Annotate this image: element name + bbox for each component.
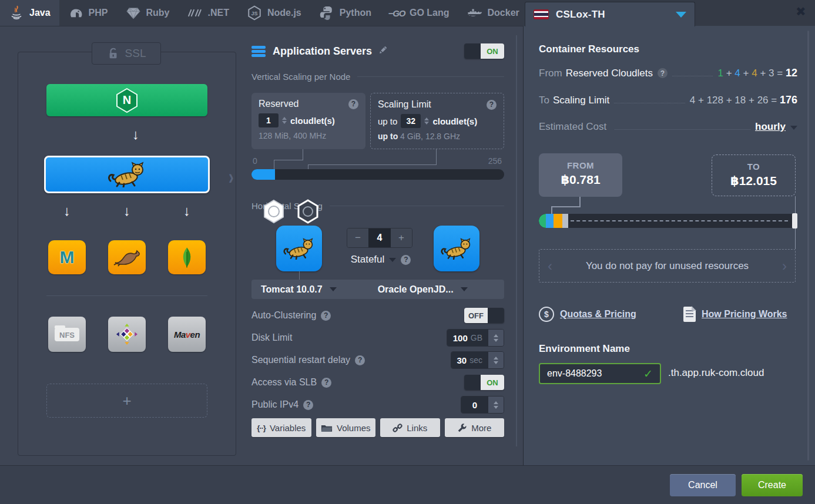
help-icon[interactable]: ? [303,400,313,410]
variables-button[interactable]: {··} Variables [251,418,311,437]
limit-detail: up to 4 GiB, 12.8 GHz [378,132,497,141]
tab-nodejs[interactable]: JS Node.js [238,0,310,26]
region-caret-icon[interactable] [676,12,686,18]
seal-icon [113,248,141,267]
cost-period-caret-icon[interactable] [790,126,797,130]
disk-limit-arrows[interactable] [488,330,504,346]
auto-clustering-toggle[interactable]: OFF [464,308,504,323]
carousel-prev-icon[interactable]: ‹ [539,258,561,274]
vps-node-centos[interactable] [108,317,146,352]
connector-line [303,149,303,160]
reserved-spinner-arrows[interactable] [282,117,287,124]
section-divider [46,295,207,296]
public-ipv4-value[interactable]: 0 [472,400,477,410]
restart-delay-arrows[interactable] [488,352,504,368]
jdk-caret-icon[interactable] [461,287,468,291]
nfs-folder-icon: NFS [55,328,79,341]
quotas-pricing-link[interactable]: $ Quotas & Pricing [539,307,636,322]
volumes-button[interactable]: Volumes [316,418,376,437]
limit-expression: 4 + 128 + 18 + 26 = [690,95,777,106]
tab-php[interactable]: PHP [59,0,117,26]
wrench-icon [457,423,467,433]
public-ipv4-arrows[interactable] [488,397,504,413]
disk-limit-value[interactable]: 100 [453,333,468,343]
cost-segment-blue [546,214,554,228]
help-icon[interactable]: ? [401,255,411,265]
decrease-count-button[interactable]: − [347,229,368,247]
help-icon[interactable]: ? [348,99,358,109]
database-node-mongodb[interactable] [168,240,206,274]
dotnet-icon [187,5,203,21]
help-icon[interactable]: ? [321,378,331,388]
group-title: Application Servers [273,45,372,58]
node-count-value[interactable]: 4 [368,229,391,247]
tab-golang[interactable]: −GO GO Lang [380,0,458,26]
group-enabled-toggle[interactable]: ON [464,43,504,59]
restart-delay-value[interactable]: 30 [457,355,467,365]
tab-ruby[interactable]: Ruby [117,0,179,26]
help-icon[interactable]: ? [487,100,497,110]
container-resources-panel: Container Resources From Reserved Cloudl… [523,26,815,465]
help-icon[interactable]: ? [355,355,365,365]
increase-count-button[interactable]: + [391,229,412,247]
ssl-toggle-tab[interactable]: SSL [92,42,161,65]
scaling-mode-value[interactable]: Stateful [351,254,385,266]
tomcat-node-tile[interactable] [276,226,322,271]
tab-dotnet[interactable]: .NET [179,0,238,26]
tab-label: .NET [208,8,229,18]
slb-access-toggle[interactable]: ON [464,375,504,390]
carousel-next-icon[interactable]: › [774,258,795,274]
help-icon[interactable]: ? [658,68,668,78]
slider-min-label: 0 [253,156,257,166]
tab-docker[interactable]: Docker [458,0,528,26]
app-server-node-tomcat-selected[interactable] [44,156,210,193]
scaling-mode-caret-icon[interactable] [389,258,396,262]
edit-pencil-icon[interactable] [378,45,388,58]
cost-from-box: FROM ฿0.781 [539,153,622,197]
cloudlet-slider-track[interactable] [251,169,504,180]
stack-version-select[interactable]: Tomcat 10.0.7 [261,284,323,295]
node-action-buttons: {··} Variables Volumes Links More [251,418,504,437]
environment-region-selector[interactable]: CSLox-TH [525,2,695,26]
more-button[interactable]: More [445,418,505,437]
load-balancer-node-nginx[interactable]: N [46,84,207,116]
resources-title: Container Resources [539,43,639,55]
cost-period-select[interactable]: hourly [755,121,786,133]
reserved-label: Reserved [259,99,299,109]
stack-version-caret-icon[interactable] [330,287,337,291]
cloudlet-unit: cloudlet(s) [290,116,335,126]
cloudlet-slider-fill [251,169,275,180]
cost-slider-handle[interactable] [792,213,797,229]
tab-python[interactable]: Python [310,0,380,26]
tab-java[interactable]: Java [0,0,59,26]
limit-cloudlets-input[interactable]: 32 [401,114,421,128]
limit-spinner-arrows[interactable] [424,117,429,125]
tab-label: Python [340,8,371,18]
disk-limit-spinner: 100GB [447,329,504,347]
variables-icon: {··} [257,424,266,432]
environment-name-input[interactable] [539,363,661,384]
database-node-mariadb-seal[interactable] [108,240,146,274]
reserved-cloudlets-input[interactable]: 1 [259,113,279,127]
help-icon[interactable]: ? [321,311,331,321]
document-icon [683,307,696,322]
reserved-slider-handle[interactable] [262,199,286,224]
tomcat-node-tile-mirror[interactable] [434,226,479,271]
close-icon[interactable]: ✖ [796,5,806,19]
limit-slider-handle[interactable] [296,199,320,224]
how-pricing-works-link[interactable]: How Pricing Works [683,307,787,322]
storage-node-nfs[interactable]: NFS [48,317,86,352]
build-node-maven[interactable]: Maven [168,317,206,352]
database-node-mariadb[interactable]: M [48,240,86,274]
right-scrollbar[interactable] [807,31,809,461]
cost-to-box: TO ฿12.015 [712,154,796,196]
scaling-limit-row: To Scaling Limit 4 + 128 + 18 + 26 = 176 [539,94,797,106]
create-button[interactable]: Create [742,474,803,496]
jdk-select[interactable]: Oracle OpenJD... [378,284,454,295]
cancel-button[interactable]: Cancel [670,474,736,496]
nginx-icon: N [116,88,138,113]
flow-arrow-icon: ↓ [123,126,149,143]
middle-scrollbar[interactable] [516,35,517,446]
links-button[interactable]: Links [380,418,440,437]
add-node-button[interactable]: + [46,384,207,418]
